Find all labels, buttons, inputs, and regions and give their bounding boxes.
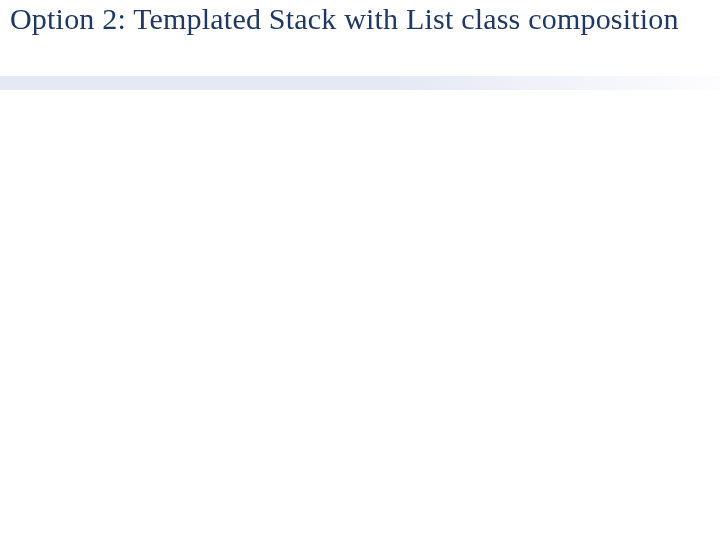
title-underline-bar [0, 76, 720, 90]
slide: Option 2: Templated Stack with List clas… [0, 0, 720, 540]
slide-title: Option 2: Templated Stack with List clas… [10, 2, 710, 37]
title-area: Option 2: Templated Stack with List clas… [10, 2, 710, 37]
